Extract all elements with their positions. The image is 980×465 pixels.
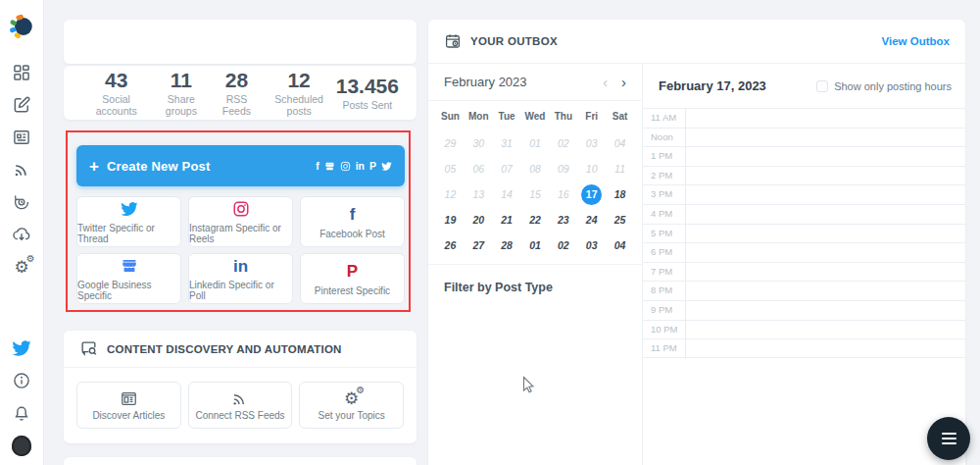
cloud-download-icon[interactable] <box>12 225 31 244</box>
calendar-day[interactable]: 17 <box>577 181 606 207</box>
time-slot[interactable] <box>686 301 965 320</box>
calendar-day[interactable]: 30 <box>465 130 493 156</box>
calendar-day[interactable]: 14 <box>493 181 521 207</box>
info-icon[interactable] <box>12 371 31 390</box>
time-slot[interactable] <box>686 339 965 357</box>
discovery-action-card[interactable]: ⚙⚙ Set your Topics <box>299 382 404 429</box>
time-slot[interactable] <box>686 243 965 262</box>
time-slot[interactable] <box>686 225 965 243</box>
calendar-day[interactable]: 20 <box>465 207 493 232</box>
calendar-day[interactable]: 16 <box>549 181 577 207</box>
time-slot[interactable] <box>686 205 965 224</box>
calendar-day[interactable]: 29 <box>436 130 465 156</box>
stat-label: Share groups <box>151 93 211 117</box>
sidebar: ⚙⚙ <box>0 0 44 465</box>
calendar-day[interactable]: 10 <box>577 156 606 181</box>
calendar-day[interactable]: 21 <box>493 207 521 232</box>
calendar-day[interactable]: 11 <box>606 156 634 181</box>
weekday-label: Thu <box>549 111 577 122</box>
calendar-day[interactable]: 02 <box>549 130 577 156</box>
twitter-icon <box>381 161 392 172</box>
calendar-day[interactable]: 04 <box>606 130 634 156</box>
calendar-day[interactable]: 08 <box>521 156 550 181</box>
calendar-day[interactable]: 05 <box>436 156 465 181</box>
time-slot[interactable] <box>686 263 965 282</box>
rss-icon[interactable] <box>12 160 31 180</box>
calendar-day[interactable]: 07 <box>493 156 521 181</box>
time-slot[interactable] <box>686 109 965 128</box>
stat-value: 12 <box>262 69 335 91</box>
calendar-month-label: February 2023 <box>444 75 527 89</box>
dashboard-grid-icon[interactable] <box>12 63 31 82</box>
post-type-card[interactable]: P Pinterest Specific <box>300 253 405 304</box>
schedule-row: 8 PM <box>643 281 965 300</box>
calendar-day[interactable]: 26 <box>436 232 465 258</box>
outbox-card: YOUR OUTBOX View Outbox February 2023 ‹ … <box>428 20 965 465</box>
calendar-weekday-row: SunMonTueWedThuFriSat <box>428 101 642 130</box>
compose-icon[interactable] <box>12 95 31 115</box>
create-new-post-button[interactable]: + Create New Post finP <box>76 145 405 186</box>
calendar-day[interactable]: 01 <box>521 130 550 156</box>
checkbox[interactable] <box>816 80 828 92</box>
calendar-day[interactable]: 31 <box>493 130 521 156</box>
post-type-card[interactable]: Twitter Specific or Thread <box>76 196 181 247</box>
calendar-clock-icon <box>444 32 462 50</box>
time-label: 11 PM <box>643 339 686 357</box>
calendar-day[interactable]: 18 <box>606 181 634 207</box>
calendar-day[interactable]: 25 <box>606 207 634 232</box>
calendar-day[interactable]: 12 <box>436 181 465 207</box>
time-slot[interactable] <box>686 147 965 166</box>
time-slot[interactable] <box>686 129 965 147</box>
calendar-day[interactable]: 03 <box>577 130 606 156</box>
stat-label: Scheduled posts <box>262 93 335 117</box>
show-posting-hours-toggle[interactable]: Show only posting hours <box>816 80 952 92</box>
twitter-icon[interactable] <box>12 338 31 358</box>
floating-menu-button[interactable] <box>927 417 970 460</box>
chevron-right-icon[interactable]: › <box>621 75 626 89</box>
weekday-label: Wed <box>521 111 550 122</box>
chevron-left-icon[interactable]: ‹ <box>603 75 608 89</box>
calendar-day[interactable]: 02 <box>549 232 577 258</box>
calendar-day[interactable]: 09 <box>549 156 577 181</box>
calendar-day[interactable]: 04 <box>606 232 634 258</box>
calendar-day[interactable]: 28 <box>493 232 521 258</box>
discovery-action-card[interactable]: Connect RSS Feeds <box>188 382 293 429</box>
sync-clock-icon[interactable] <box>12 192 31 212</box>
calendar-day[interactable]: 13 <box>465 181 493 207</box>
calendar-day[interactable]: 15 <box>521 181 550 207</box>
time-label: 2 PM <box>643 167 686 185</box>
post-type-grid: Twitter Specific or Thread Instagram Spe… <box>76 196 405 304</box>
post-type-card[interactable]: f Facebook Post <box>300 196 405 247</box>
time-slot[interactable] <box>686 321 965 339</box>
gears-icon[interactable]: ⚙⚙ <box>12 257 31 277</box>
post-type-card[interactable]: in Linkedin Specific or Poll <box>188 253 293 304</box>
facebook-icon: f <box>316 161 319 172</box>
calendar-day[interactable]: 27 <box>465 232 493 258</box>
bell-icon[interactable] <box>12 403 31 423</box>
stat-item: 28 RSS Feeds <box>211 69 262 117</box>
stat-item: 13.456 Posts Sent <box>336 75 399 111</box>
time-label: 6 PM <box>643 243 686 262</box>
calendar-day[interactable]: 19 <box>436 207 465 232</box>
show-posting-hours-label: Show only posting hours <box>834 80 952 92</box>
time-slot[interactable] <box>686 185 965 204</box>
calendar-day[interactable]: 24 <box>577 207 606 232</box>
schedule-row: 7 PM <box>643 262 965 282</box>
avatar[interactable] <box>12 436 31 455</box>
time-label: 5 PM <box>643 225 686 243</box>
calendar-day[interactable]: 22 <box>521 207 550 232</box>
post-type-card[interactable]: Google Business Specific <box>76 253 181 304</box>
post-type-card[interactable]: Instagram Specific or Reels <box>188 196 293 247</box>
discovery-action-card[interactable]: Discover Articles <box>76 382 181 429</box>
calendar-day[interactable]: 03 <box>577 232 606 258</box>
discover-articles-icon <box>120 389 138 407</box>
view-outbox-link[interactable]: View Outbox <box>882 35 950 47</box>
socialbee-logo[interactable] <box>7 12 36 41</box>
time-slot[interactable] <box>686 282 965 300</box>
post-type-label: Pinterest Specific <box>315 285 390 296</box>
news-icon[interactable] <box>12 128 31 147</box>
calendar-day[interactable]: 01 <box>521 232 550 258</box>
calendar-day[interactable]: 23 <box>549 207 577 232</box>
calendar-day[interactable]: 06 <box>465 156 493 181</box>
time-slot[interactable] <box>686 167 965 185</box>
